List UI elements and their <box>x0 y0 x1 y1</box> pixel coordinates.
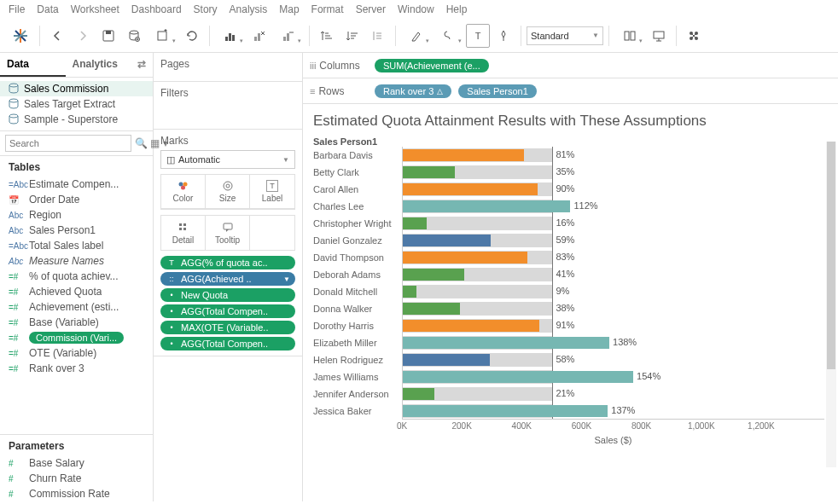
bar[interactable] <box>403 235 491 246</box>
tab-data[interactable]: Data <box>0 53 66 77</box>
mark-pill[interactable]: T AGG(% of quota ac.. <box>160 256 295 269</box>
menu-format[interactable]: Format <box>311 3 344 15</box>
bar-row[interactable]: 137% <box>403 403 824 420</box>
bar[interactable] <box>403 217 427 229</box>
row-label[interactable]: Helen Rodriguez <box>313 351 402 368</box>
row-label[interactable]: Daniel Gonzalez <box>313 232 402 249</box>
field-item[interactable]: =# Rank over 3 <box>0 361 153 376</box>
bar[interactable] <box>403 286 416 298</box>
bar[interactable] <box>403 405 608 417</box>
rows-pill-person[interactable]: Sales Person1 <box>458 84 537 98</box>
row-label[interactable]: Deborah Adams <box>313 266 402 283</box>
field-item[interactable]: =# Achieved Quota <box>0 284 153 299</box>
highlight-button[interactable] <box>401 24 432 48</box>
menu-story[interactable]: Story <box>194 3 218 15</box>
mark-size-button[interactable]: Size <box>206 175 250 209</box>
search-icon[interactable]: 🔍 <box>135 137 147 149</box>
row-label[interactable]: Christopher Wright <box>313 215 402 232</box>
mark-tooltip-button[interactable]: Tooltip <box>206 216 250 250</box>
bar-row[interactable]: 112% <box>403 198 824 215</box>
bar-row[interactable]: 35% <box>403 164 824 181</box>
label-button[interactable]: T <box>466 24 490 48</box>
field-item[interactable]: =# Base (Variable) <box>0 315 153 330</box>
datasource-item[interactable]: Sample - Superstore <box>0 112 153 127</box>
row-label[interactable]: Carol Allen <box>313 181 402 198</box>
bar-row[interactable]: 81% <box>403 147 824 164</box>
bar-row[interactable]: 154% <box>403 368 824 385</box>
menu-server[interactable]: Server <box>356 3 386 15</box>
row-label[interactable]: Elizabeth Miller <box>313 334 402 351</box>
menu-help[interactable]: Help <box>446 3 468 15</box>
save-button[interactable] <box>96 24 120 48</box>
menu-worksheet[interactable]: Worksheet <box>71 3 119 15</box>
row-label[interactable]: James Williams <box>313 368 402 385</box>
mark-detail-button[interactable]: Detail <box>161 216 206 250</box>
menu-file[interactable]: File <box>9 3 25 15</box>
row-label[interactable]: David Thompson <box>313 249 402 266</box>
mark-pill[interactable]: • MAX(OTE (Variable.. <box>160 321 295 334</box>
presentation-button[interactable] <box>647 24 671 48</box>
bar-row[interactable]: 91% <box>403 317 824 334</box>
bar[interactable] <box>403 183 538 195</box>
refresh-button[interactable] <box>180 24 204 48</box>
mark-type-dropdown[interactable]: ◫Automatic ▼ <box>160 150 295 169</box>
menu-dashboard[interactable]: Dashboard <box>131 3 182 15</box>
bar-row[interactable]: 21% <box>403 385 824 403</box>
bar-row[interactable]: 138% <box>403 334 824 351</box>
pin-button[interactable] <box>492 24 515 48</box>
field-item[interactable]: Abc Region <box>0 207 153 223</box>
sort-asc-button[interactable] <box>315 24 339 48</box>
row-label[interactable]: Jessica Baker <box>313 403 402 420</box>
field-item[interactable]: =# Commission (Vari... <box>0 330 153 345</box>
bar-row[interactable]: 83% <box>403 249 824 266</box>
swap-button[interactable] <box>215 24 246 48</box>
bar[interactable] <box>403 149 524 161</box>
datasource-item[interactable]: Sales Commission <box>0 81 153 96</box>
bar[interactable] <box>403 200 570 212</box>
mark-pill[interactable]: • New Quota <box>160 288 295 302</box>
menu-map[interactable]: Map <box>279 3 299 15</box>
group-button[interactable] <box>434 24 464 48</box>
duplicate-button[interactable] <box>273 24 304 48</box>
field-item[interactable]: =Abc Estimate Compen... <box>0 177 153 192</box>
forward-button[interactable] <box>71 24 95 48</box>
back-button[interactable] <box>45 24 69 48</box>
bar[interactable] <box>403 354 490 366</box>
sort-clear-button[interactable] <box>366 24 390 48</box>
sort-desc-button[interactable] <box>340 24 364 48</box>
new-datasource-button[interactable] <box>122 24 146 48</box>
row-label[interactable]: Barbara Davis <box>313 147 402 164</box>
fit-dropdown[interactable]: Standard▼ <box>527 26 603 45</box>
field-item[interactable]: =# % of quota achiev... <box>0 269 153 284</box>
field-item[interactable]: 📅 Order Date <box>0 192 153 207</box>
bar[interactable] <box>403 166 455 178</box>
tab-options-icon[interactable]: ⇄ <box>131 53 153 77</box>
field-item[interactable]: Abc Sales Person1 <box>0 223 153 238</box>
bar[interactable] <box>403 337 609 349</box>
field-item[interactable]: =# Achievement (esti... <box>0 299 153 315</box>
bar-row[interactable]: 38% <box>403 300 824 317</box>
row-label[interactable]: Jennifer Anderson <box>313 385 402 403</box>
mark-pill[interactable]: • AGG(Total Compen.. <box>160 337 295 350</box>
columns-shelf[interactable]: iiiColumns SUM(Achievement (e... <box>303 53 838 78</box>
tab-analytics[interactable]: Analytics <box>66 53 131 77</box>
bar[interactable] <box>403 388 434 400</box>
mark-pill[interactable]: • AGG(Total Compen.. <box>160 304 295 318</box>
filters-shelf[interactable]: Filters <box>154 82 302 130</box>
chart-scrollbar[interactable] <box>826 142 836 467</box>
columns-pill[interactable]: SUM(Achievement (e... <box>375 59 489 72</box>
field-item[interactable]: =Abc Total Sales label <box>0 238 153 253</box>
mark-pill[interactable]: :: AGG(Achieved ..▼ <box>160 272 295 286</box>
row-label[interactable]: Charles Lee <box>313 198 402 215</box>
row-label[interactable]: Donald Mitchell <box>313 283 402 300</box>
bar[interactable] <box>403 303 460 315</box>
bar[interactable] <box>403 269 464 281</box>
field-item[interactable]: =# OTE (Variable) <box>0 345 153 361</box>
rows-shelf[interactable]: ≡Rows Rank over 3△ Sales Person1 <box>303 78 838 104</box>
field-item[interactable]: # Base Salary <box>0 455 153 471</box>
bar[interactable] <box>403 252 527 264</box>
clear-sheet-button[interactable] <box>247 24 271 48</box>
new-worksheet-button[interactable] <box>148 24 178 48</box>
menu-window[interactable]: Window <box>398 3 434 15</box>
datasource-item[interactable]: Sales Target Extract <box>0 96 153 112</box>
